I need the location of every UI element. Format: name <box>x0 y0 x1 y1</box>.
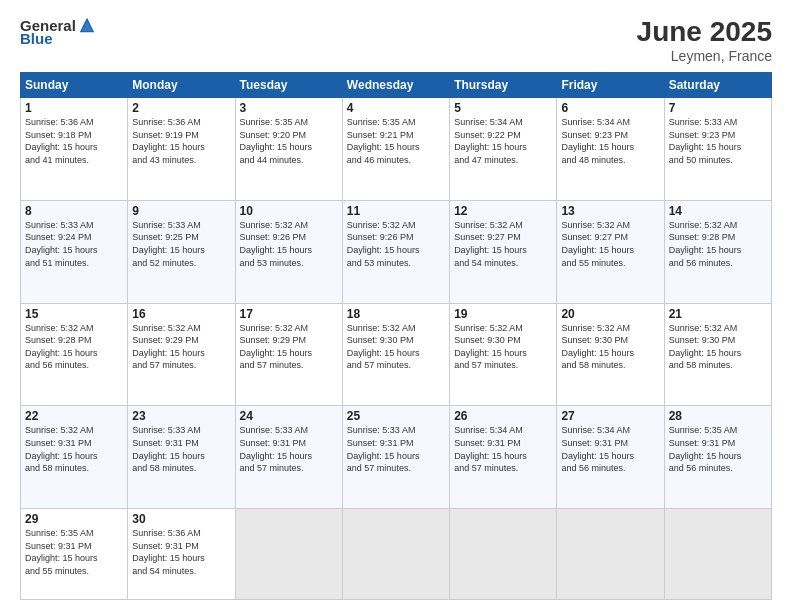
calendar-cell: 19Sunrise: 5:32 AM Sunset: 9:30 PM Dayli… <box>450 303 557 406</box>
calendar-cell: 4Sunrise: 5:35 AM Sunset: 9:21 PM Daylig… <box>342 98 449 201</box>
calendar-cell: 27Sunrise: 5:34 AM Sunset: 9:31 PM Dayli… <box>557 406 664 509</box>
calendar-cell: 18Sunrise: 5:32 AM Sunset: 9:30 PM Dayli… <box>342 303 449 406</box>
calendar-cell: 26Sunrise: 5:34 AM Sunset: 9:31 PM Dayli… <box>450 406 557 509</box>
day-number: 16 <box>132 307 230 321</box>
header-wednesday: Wednesday <box>342 73 449 98</box>
day-number: 21 <box>669 307 767 321</box>
calendar-cell <box>235 509 342 600</box>
header-sunday: Sunday <box>21 73 128 98</box>
day-number: 13 <box>561 204 659 218</box>
calendar-cell: 22Sunrise: 5:32 AM Sunset: 9:31 PM Dayli… <box>21 406 128 509</box>
calendar-cell <box>342 509 449 600</box>
logo: General Blue <box>20 16 96 47</box>
day-info: Sunrise: 5:36 AM Sunset: 9:31 PM Dayligh… <box>132 527 230 577</box>
month-title: June 2025 <box>637 16 772 48</box>
day-info: Sunrise: 5:32 AM Sunset: 9:29 PM Dayligh… <box>240 322 338 372</box>
day-info: Sunrise: 5:32 AM Sunset: 9:29 PM Dayligh… <box>132 322 230 372</box>
day-number: 3 <box>240 101 338 115</box>
title-area: June 2025 Leymen, France <box>637 16 772 64</box>
calendar-cell: 6Sunrise: 5:34 AM Sunset: 9:23 PM Daylig… <box>557 98 664 201</box>
calendar-header-row: Sunday Monday Tuesday Wednesday Thursday… <box>21 73 772 98</box>
calendar-cell: 24Sunrise: 5:33 AM Sunset: 9:31 PM Dayli… <box>235 406 342 509</box>
day-info: Sunrise: 5:35 AM Sunset: 9:31 PM Dayligh… <box>669 424 767 474</box>
day-number: 1 <box>25 101 123 115</box>
day-info: Sunrise: 5:32 AM Sunset: 9:30 PM Dayligh… <box>454 322 552 372</box>
day-info: Sunrise: 5:33 AM Sunset: 9:25 PM Dayligh… <box>132 219 230 269</box>
location: Leymen, France <box>637 48 772 64</box>
calendar-cell: 30Sunrise: 5:36 AM Sunset: 9:31 PM Dayli… <box>128 509 235 600</box>
calendar-cell: 12Sunrise: 5:32 AM Sunset: 9:27 PM Dayli… <box>450 200 557 303</box>
day-number: 2 <box>132 101 230 115</box>
day-info: Sunrise: 5:32 AM Sunset: 9:27 PM Dayligh… <box>561 219 659 269</box>
logo-blue: Blue <box>20 30 53 47</box>
day-number: 6 <box>561 101 659 115</box>
calendar-cell: 23Sunrise: 5:33 AM Sunset: 9:31 PM Dayli… <box>128 406 235 509</box>
day-info: Sunrise: 5:35 AM Sunset: 9:20 PM Dayligh… <box>240 116 338 166</box>
calendar-cell <box>664 509 771 600</box>
day-info: Sunrise: 5:34 AM Sunset: 9:31 PM Dayligh… <box>454 424 552 474</box>
calendar-cell: 10Sunrise: 5:32 AM Sunset: 9:26 PM Dayli… <box>235 200 342 303</box>
day-info: Sunrise: 5:33 AM Sunset: 9:24 PM Dayligh… <box>25 219 123 269</box>
calendar-cell <box>557 509 664 600</box>
day-info: Sunrise: 5:35 AM Sunset: 9:31 PM Dayligh… <box>25 527 123 577</box>
day-number: 14 <box>669 204 767 218</box>
day-number: 17 <box>240 307 338 321</box>
day-info: Sunrise: 5:32 AM Sunset: 9:26 PM Dayligh… <box>347 219 445 269</box>
day-number: 15 <box>25 307 123 321</box>
day-number: 5 <box>454 101 552 115</box>
day-info: Sunrise: 5:33 AM Sunset: 9:31 PM Dayligh… <box>347 424 445 474</box>
day-info: Sunrise: 5:32 AM Sunset: 9:31 PM Dayligh… <box>25 424 123 474</box>
calendar-cell: 20Sunrise: 5:32 AM Sunset: 9:30 PM Dayli… <box>557 303 664 406</box>
page: General Blue June 2025 Leymen, France Su… <box>0 0 792 612</box>
day-info: Sunrise: 5:34 AM Sunset: 9:31 PM Dayligh… <box>561 424 659 474</box>
calendar-cell: 9Sunrise: 5:33 AM Sunset: 9:25 PM Daylig… <box>128 200 235 303</box>
day-number: 9 <box>132 204 230 218</box>
header-monday: Monday <box>128 73 235 98</box>
logo-icon <box>78 16 96 34</box>
day-number: 8 <box>25 204 123 218</box>
calendar-cell: 3Sunrise: 5:35 AM Sunset: 9:20 PM Daylig… <box>235 98 342 201</box>
header: General Blue June 2025 Leymen, France <box>20 16 772 64</box>
day-number: 25 <box>347 409 445 423</box>
day-number: 30 <box>132 512 230 526</box>
day-info: Sunrise: 5:32 AM Sunset: 9:28 PM Dayligh… <box>25 322 123 372</box>
day-number: 11 <box>347 204 445 218</box>
header-thursday: Thursday <box>450 73 557 98</box>
header-tuesday: Tuesday <box>235 73 342 98</box>
calendar-cell: 17Sunrise: 5:32 AM Sunset: 9:29 PM Dayli… <box>235 303 342 406</box>
calendar-cell: 28Sunrise: 5:35 AM Sunset: 9:31 PM Dayli… <box>664 406 771 509</box>
day-number: 19 <box>454 307 552 321</box>
day-info: Sunrise: 5:34 AM Sunset: 9:23 PM Dayligh… <box>561 116 659 166</box>
calendar-cell: 29Sunrise: 5:35 AM Sunset: 9:31 PM Dayli… <box>21 509 128 600</box>
calendar-table: Sunday Monday Tuesday Wednesday Thursday… <box>20 72 772 600</box>
calendar-cell: 14Sunrise: 5:32 AM Sunset: 9:28 PM Dayli… <box>664 200 771 303</box>
day-info: Sunrise: 5:32 AM Sunset: 9:30 PM Dayligh… <box>561 322 659 372</box>
day-info: Sunrise: 5:32 AM Sunset: 9:27 PM Dayligh… <box>454 219 552 269</box>
calendar-cell: 25Sunrise: 5:33 AM Sunset: 9:31 PM Dayli… <box>342 406 449 509</box>
calendar-cell: 5Sunrise: 5:34 AM Sunset: 9:22 PM Daylig… <box>450 98 557 201</box>
day-number: 26 <box>454 409 552 423</box>
day-info: Sunrise: 5:33 AM Sunset: 9:31 PM Dayligh… <box>132 424 230 474</box>
day-info: Sunrise: 5:32 AM Sunset: 9:30 PM Dayligh… <box>669 322 767 372</box>
day-info: Sunrise: 5:33 AM Sunset: 9:23 PM Dayligh… <box>669 116 767 166</box>
day-info: Sunrise: 5:36 AM Sunset: 9:18 PM Dayligh… <box>25 116 123 166</box>
calendar-cell: 13Sunrise: 5:32 AM Sunset: 9:27 PM Dayli… <box>557 200 664 303</box>
day-number: 22 <box>25 409 123 423</box>
calendar-cell: 1Sunrise: 5:36 AM Sunset: 9:18 PM Daylig… <box>21 98 128 201</box>
calendar-cell: 8Sunrise: 5:33 AM Sunset: 9:24 PM Daylig… <box>21 200 128 303</box>
day-info: Sunrise: 5:32 AM Sunset: 9:26 PM Dayligh… <box>240 219 338 269</box>
day-number: 27 <box>561 409 659 423</box>
day-number: 12 <box>454 204 552 218</box>
day-number: 23 <box>132 409 230 423</box>
day-info: Sunrise: 5:32 AM Sunset: 9:28 PM Dayligh… <box>669 219 767 269</box>
day-number: 29 <box>25 512 123 526</box>
day-number: 4 <box>347 101 445 115</box>
day-number: 24 <box>240 409 338 423</box>
day-info: Sunrise: 5:33 AM Sunset: 9:31 PM Dayligh… <box>240 424 338 474</box>
day-info: Sunrise: 5:35 AM Sunset: 9:21 PM Dayligh… <box>347 116 445 166</box>
day-number: 18 <box>347 307 445 321</box>
day-info: Sunrise: 5:32 AM Sunset: 9:30 PM Dayligh… <box>347 322 445 372</box>
day-info: Sunrise: 5:34 AM Sunset: 9:22 PM Dayligh… <box>454 116 552 166</box>
header-saturday: Saturday <box>664 73 771 98</box>
header-friday: Friday <box>557 73 664 98</box>
